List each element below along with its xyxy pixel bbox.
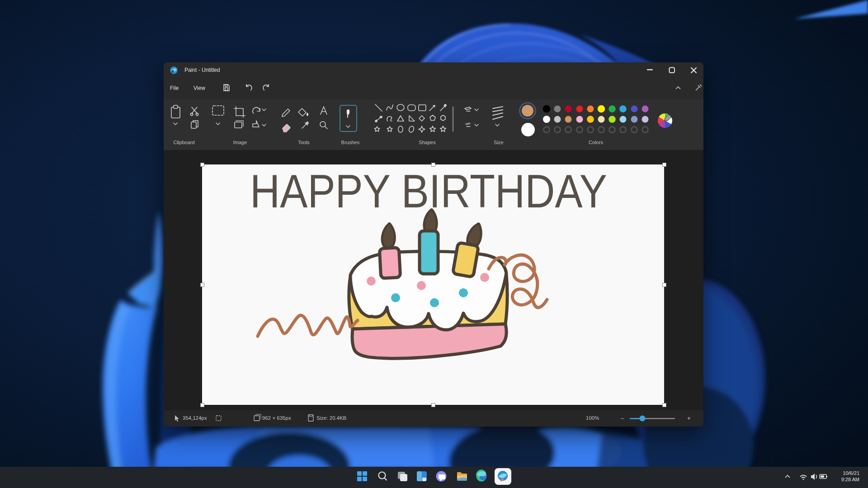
svg-text:Clipboard: Clipboard bbox=[173, 140, 194, 145]
svg-text:Colors: Colors bbox=[589, 140, 603, 145]
svg-text:HAPPY BIRTHDAY: HAPPY BIRTHDAY bbox=[250, 165, 607, 217]
svg-text:–: – bbox=[621, 415, 624, 422]
svg-text:10/6/21: 10/6/21 bbox=[843, 470, 859, 476]
svg-text:Brushes: Brushes bbox=[341, 140, 360, 145]
svg-text:354,124px: 354,124px bbox=[183, 415, 207, 421]
svg-text:Shapes: Shapes bbox=[419, 140, 436, 145]
svg-text:962 × 635px: 962 × 635px bbox=[262, 415, 291, 421]
svg-text:Tools: Tools bbox=[298, 140, 310, 145]
svg-text:Image: Image bbox=[233, 140, 247, 145]
svg-text:Size: 20.4KB: Size: 20.4KB bbox=[316, 415, 347, 421]
svg-text:Size: Size bbox=[494, 140, 503, 145]
svg-text:9:28 AM: 9:28 AM bbox=[841, 477, 859, 482]
svg-text:100%: 100% bbox=[586, 415, 599, 421]
svg-text:+: + bbox=[687, 415, 691, 422]
